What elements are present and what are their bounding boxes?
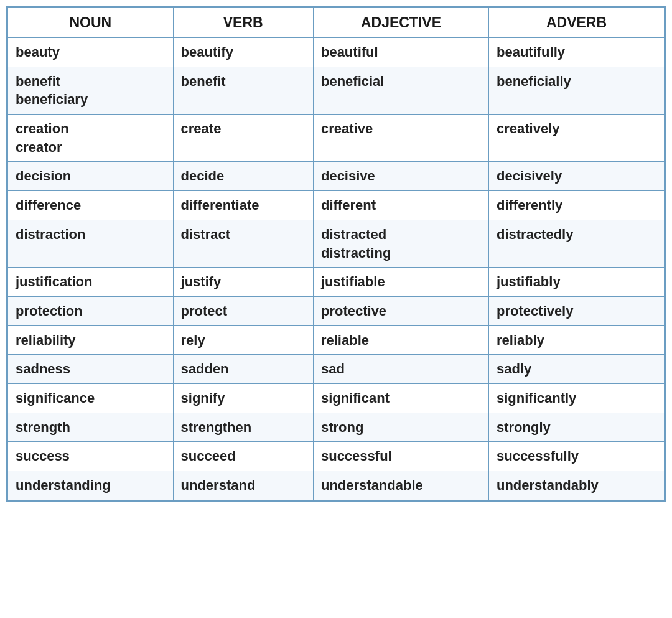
cell-adverb: beautifully [488, 38, 664, 67]
cell-noun: understanding [8, 471, 174, 500]
cell-noun: success [8, 442, 174, 471]
cell-adverb: significantly [488, 383, 664, 413]
cell-noun: protection [8, 296, 174, 325]
header-row: NOUN VERB ADJECTIVE ADVERB [8, 8, 665, 38]
cell-adverb: sadly [488, 355, 664, 384]
table-row: protectionprotectprotectiveprotectively [8, 296, 665, 325]
cell-noun: distraction [8, 220, 174, 267]
cell-verb: signify [173, 383, 313, 413]
cell-adjective: different [313, 191, 488, 220]
cell-adjective: protective [313, 296, 488, 325]
table-row: sadnesssaddensadsadly [8, 355, 665, 384]
cell-noun: difference [8, 191, 174, 220]
cell-verb: protect [173, 296, 313, 325]
cell-verb: sadden [173, 355, 313, 384]
cell-noun: decision [8, 162, 174, 191]
cell-adjective: significant [313, 383, 488, 413]
cell-verb: decide [173, 162, 313, 191]
table-row: creationcreatorcreatecreativecreatively [8, 115, 665, 162]
cell-adverb: reliably [488, 325, 664, 355]
cell-adjective: creative [313, 115, 488, 162]
header-verb: VERB [173, 8, 313, 38]
table-row: strengthstrengthenstrongstrongly [8, 413, 665, 442]
cell-noun: creationcreator [8, 115, 174, 162]
cell-adjective: justifiable [313, 268, 488, 297]
cell-adjective: distracteddistracting [313, 220, 488, 267]
cell-adverb: differently [488, 191, 664, 220]
cell-adjective: beautiful [313, 38, 488, 67]
header-adjective: ADJECTIVE [313, 8, 488, 38]
cell-verb: understand [173, 471, 313, 500]
header-adverb: ADVERB [488, 8, 664, 38]
table-row: differencedifferentiatedifferentdifferen… [8, 191, 665, 220]
cell-adverb: understandably [488, 471, 664, 500]
cell-adverb: successfully [488, 442, 664, 471]
cell-noun: beauty [8, 38, 174, 67]
cell-noun: reliability [8, 325, 174, 355]
cell-adjective: successful [313, 442, 488, 471]
cell-noun: justification [8, 268, 174, 297]
cell-adjective: decisive [313, 162, 488, 191]
cell-adverb: protectively [488, 296, 664, 325]
cell-verb: justify [173, 268, 313, 297]
table-row: beautybeautifybeautifulbeautifully [8, 38, 665, 67]
table-row: justificationjustifyjustifiablejustifiab… [8, 268, 665, 297]
cell-adjective: understandable [313, 471, 488, 500]
cell-noun: benefitbeneficiary [8, 67, 174, 114]
cell-adverb: decisively [488, 162, 664, 191]
cell-adjective: reliable [313, 325, 488, 355]
cell-verb: create [173, 115, 313, 162]
table-row: reliabilityrelyreliablereliably [8, 325, 665, 355]
cell-adverb: justifiably [488, 268, 664, 297]
cell-adjective: beneficial [313, 67, 488, 114]
cell-verb: strengthen [173, 413, 313, 442]
cell-adjective: sad [313, 355, 488, 384]
table-row: understandingunderstandunderstandableund… [8, 471, 665, 500]
cell-noun: significance [8, 383, 174, 413]
cell-verb: benefit [173, 67, 313, 114]
cell-verb: rely [173, 325, 313, 355]
table-row: benefitbeneficiarybenefitbeneficialbenef… [8, 67, 665, 114]
cell-noun: strength [8, 413, 174, 442]
cell-verb: beautify [173, 38, 313, 67]
cell-adverb: distractedly [488, 220, 664, 267]
table-row: significancesignifysignificantsignifican… [8, 383, 665, 413]
cell-verb: distract [173, 220, 313, 267]
cell-noun: sadness [8, 355, 174, 384]
cell-verb: differentiate [173, 191, 313, 220]
table-row: decisiondecidedecisivedecisively [8, 162, 665, 191]
cell-verb: succeed [173, 442, 313, 471]
cell-adverb: creatively [488, 115, 664, 162]
header-noun: NOUN [8, 8, 174, 38]
table-row: successsucceedsuccessfulsuccessfully [8, 442, 665, 471]
cell-adverb: beneficially [488, 67, 664, 114]
cell-adjective: strong [313, 413, 488, 442]
table-row: distractiondistractdistracteddistracting… [8, 220, 665, 267]
word-forms-table: NOUN VERB ADJECTIVE ADVERB beautybeautif… [6, 6, 666, 502]
cell-adverb: strongly [488, 413, 664, 442]
